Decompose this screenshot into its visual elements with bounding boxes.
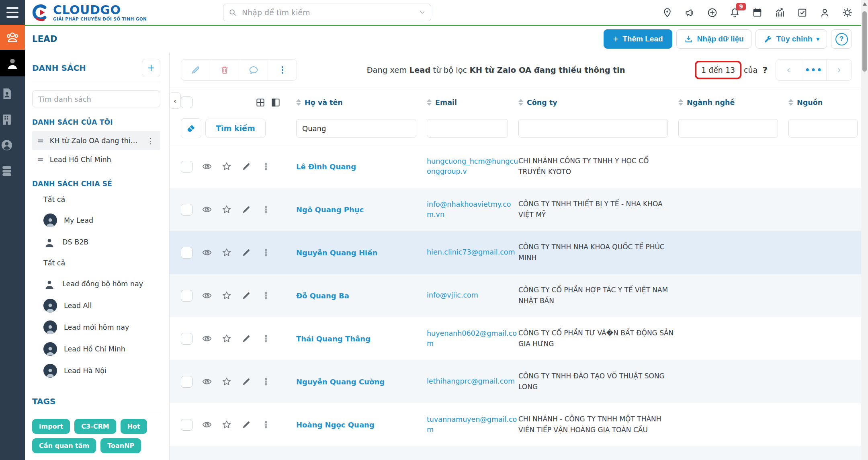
preview-eye-icon[interactable] [202,333,212,344]
list-search-input[interactable] [32,90,160,107]
lead-email[interactable]: info@nhakhoavietmy.com.vn [427,200,511,218]
group-label[interactable]: Tất cả [32,189,160,209]
row-menu-icon[interactable] [261,247,271,258]
sidebar-list-item[interactable]: Lead Hà Nội [32,360,160,382]
table-row[interactable]: Ngô Quang Phục info@nhakhoavietmy.com.vn… [170,188,868,231]
next-page-button[interactable]: › [826,60,852,80]
filter-input-company[interactable] [518,119,668,138]
sidebar-list-item[interactable]: = KH từ Zalo OA đang thiế... ⋮ [32,131,160,150]
more-actions-button[interactable] [268,60,297,80]
drag-handle-icon[interactable]: = [37,137,44,145]
filter-input-email[interactable] [427,119,508,138]
star-icon[interactable] [221,161,232,172]
filter-input-source[interactable] [788,119,858,138]
tag-chip[interactable]: import [32,419,70,434]
profile-icon[interactable] [819,7,830,18]
tag-chip[interactable]: C3-CRM [74,419,116,434]
edit-pencil-icon[interactable] [241,376,252,387]
row-checkbox[interactable] [181,290,192,302]
lead-email[interactable]: huyenanh0602@gmail.com [427,329,517,347]
preview-eye-icon[interactable] [202,247,212,258]
lead-name-link[interactable]: Đỗ Quang Ba [296,292,349,300]
star-icon[interactable] [221,333,232,344]
column-header-source[interactable]: Nguồn [788,99,868,107]
split-view-icon[interactable] [270,97,281,108]
edit-pencil-icon[interactable] [241,290,252,301]
row-checkbox[interactable] [181,333,192,345]
star-icon[interactable] [221,247,232,258]
help-button[interactable]: ? [831,29,852,49]
edit-pencil-icon[interactable] [241,247,252,258]
global-search[interactable] [223,4,431,21]
row-menu-icon[interactable] [261,419,271,430]
lead-email[interactable]: tuvannamuyen@gmail.com [427,415,517,433]
edit-pencil-icon[interactable] [241,161,252,172]
tag-chip[interactable]: Cần quan tâm [32,438,96,453]
sidebar-collapse-button[interactable]: ‹ [169,92,181,109]
edit-button[interactable] [181,60,210,80]
lead-email[interactable]: info@vjiic.com [427,291,478,299]
preview-eye-icon[interactable] [202,376,212,387]
filter-input-industry[interactable] [678,119,778,138]
calendar-icon[interactable] [752,7,763,18]
lead-name-link[interactable]: Lê Đình Quang [296,162,356,171]
row-menu-icon[interactable] [261,376,271,387]
brand-logo[interactable]: CLOUDGO GIẢI PHÁP CHUYỂN ĐỔI SỐ TINH GỌN [31,3,147,22]
sidebar-list-item[interactable]: Lead Hồ Chí Minh [32,338,160,360]
location-icon[interactable] [662,7,673,18]
lead-name-link[interactable]: Nguyễn Quang Hiền [296,248,377,257]
preview-eye-icon[interactable] [202,204,212,215]
drag-handle-icon[interactable]: = [37,156,44,164]
star-icon[interactable] [221,290,232,301]
edit-pencil-icon[interactable] [241,333,252,344]
edit-pencil-icon[interactable] [241,419,252,430]
table-row[interactable]: Thái Quang Thắng huyenanh0602@gmail.com … [170,317,868,360]
star-icon[interactable] [221,419,232,430]
delete-button[interactable] [210,60,239,80]
lead-name-link[interactable]: Nguyễn Quang Cường [296,378,385,386]
row-checkbox[interactable] [181,161,192,172]
scroll-up-arrow-icon[interactable] [863,2,867,6]
star-icon[interactable] [221,376,232,387]
tasks-icon[interactable] [797,7,808,18]
megaphone-icon[interactable] [684,7,695,18]
hamburger-menu-icon[interactable] [0,0,25,25]
filter-input-name[interactable] [296,119,416,138]
sidebar-list-item[interactable]: = Lead Hồ Chí Minh [32,150,160,169]
tag-chip[interactable]: ToanNP [100,438,141,453]
lead-name-link[interactable]: Ngô Quang Phục [296,205,364,214]
add-list-button[interactable] [142,59,160,77]
lead-name-link[interactable]: Thái Quang Thắng [296,335,371,343]
row-menu-icon[interactable] [261,333,271,344]
row-checkbox[interactable] [181,419,192,431]
lead-email[interactable]: lethihangprc@gmail.com [427,377,515,385]
group-label[interactable]: Tất cả [32,253,160,273]
sidebar-list-item[interactable]: DS B2B [32,231,160,253]
chevron-down-icon[interactable] [419,9,426,16]
lead-email[interactable]: hungcuong_hcm@hungcuonggroup.v [427,157,518,175]
previous-page-button[interactable]: ‹ [776,60,801,80]
customize-button[interactable]: Tùy chỉnh ▾ [755,29,827,49]
notifications-icon[interactable]: 9 [729,7,740,18]
sidebar-list-item[interactable]: My Lead [32,209,160,231]
import-data-button[interactable]: Nhập dữ liệu [676,29,751,49]
row-checkbox[interactable] [181,247,192,259]
page-jump-button[interactable]: ••• [801,60,826,80]
pagination-total-button[interactable]: ? [762,65,768,75]
contacts-icon[interactable] [0,138,14,152]
row-menu-icon[interactable] [261,204,271,215]
sidebar-list-item[interactable]: Lead All [32,295,160,316]
settings-gear-icon[interactable] [842,7,853,18]
star-icon[interactable] [221,204,232,215]
table-row[interactable]: kimthu.dieuthanh@ CÔNG TY TNHH MỘT THÀNH… [170,446,868,460]
table-row[interactable]: Đỗ Quang Ba info@vjiic.com CÔNG TY CỔ PH… [170,274,868,317]
global-search-input[interactable] [241,8,415,17]
edit-pencil-icon[interactable] [241,204,252,215]
comment-button[interactable] [239,60,268,80]
row-menu-icon[interactable] [261,290,271,301]
add-circle-icon[interactable] [707,7,718,18]
organization-building-icon[interactable] [0,113,14,126]
grid-view-icon[interactable] [255,97,266,108]
select-all-checkbox[interactable] [181,97,192,108]
lead-email[interactable]: hien.clinic73@gmail.com [427,248,515,256]
